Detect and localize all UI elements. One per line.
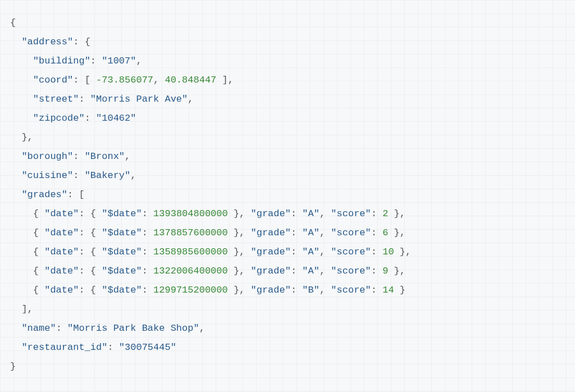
token-punct: : [85,113,96,124]
token-number: 2 [382,208,388,219]
token-punct [10,94,33,104]
token-punct: , [125,151,130,162]
token-key: "$date" [102,266,142,276]
token-punct: : [90,56,102,66]
token-punct: : [142,285,153,295]
token-punct: }, [228,285,251,295]
token-punct: : [56,323,67,334]
token-string: "30075445" [119,342,176,353]
token-punct [10,151,21,162]
token-number: 14 [382,285,394,295]
code-line: "zipcode": "10462" [10,109,565,128]
token-punct: }, [228,247,251,257]
token-punct: : { [79,266,102,276]
token-string: "A" [302,227,320,238]
code-line: ], [10,300,565,319]
token-punct: : [291,266,302,276]
token-string: "A" [302,247,320,257]
token-punct [10,75,33,85]
code-line: "cuisine": "Bakery", [10,166,565,185]
token-key: "borough" [21,151,73,162]
token-key: "date" [44,266,79,276]
token-string: "B" [302,285,320,295]
token-punct: : { [79,208,102,219]
token-key: "$date" [102,285,142,295]
token-punct [10,189,21,200]
code-line: { [10,13,565,33]
token-key: "score" [331,208,371,219]
token-punct: : [371,266,382,276]
token-punct: : [73,170,84,181]
token-key: "score" [331,266,371,276]
code-line: }, [10,128,565,147]
code-line: { "date": { "$date": 1378857600000 }, "g… [10,224,565,243]
token-punct: }, [228,266,251,276]
json-code-block: { "address": { "building": "1007", "coor… [10,13,565,376]
token-punct: { [10,285,44,295]
token-punct: ], [10,304,33,314]
token-key: "score" [331,285,371,295]
token-punct: ], [216,75,234,85]
token-key: "score" [331,227,371,238]
token-punct: : { [79,247,102,257]
token-key: "grades" [21,189,67,200]
token-punct: }, [228,227,251,238]
token-punct: : [291,208,302,219]
token-punct: }, [388,227,405,238]
token-punct: : [371,227,382,238]
token-punct: : [291,227,302,238]
token-punct: , [320,285,331,295]
token-number: 40.848447 [165,75,216,85]
token-string: "Bronx" [85,151,125,162]
token-key: "building" [33,56,90,66]
token-number: 1322006400000 [153,266,228,276]
token-punct: : [73,151,84,162]
token-key: "grade" [251,227,291,238]
token-number: 1393804800000 [153,208,228,219]
token-punct: , [130,170,136,181]
code-line: "grades": [ [10,185,565,204]
code-line: "borough": "Bronx", [10,147,565,166]
token-punct: : [142,266,153,276]
token-key: "cuisine" [21,170,73,181]
token-punct: , [136,56,142,66]
token-punct: }, [388,266,405,276]
token-punct: }, [10,132,33,143]
token-punct [10,37,21,47]
token-punct: : [371,247,382,257]
token-key: "date" [44,208,79,219]
token-punct: }, [388,208,405,219]
token-key: "restaurant_id" [21,342,107,353]
token-key: "grade" [251,266,291,276]
code-line: "street": "Morris Park Ave", [10,90,565,109]
token-punct: , [320,266,331,276]
token-key: "address" [21,37,73,47]
token-punct: }, [228,208,251,219]
token-punct: { [10,227,44,238]
token-punct: } [10,361,16,372]
token-punct: : [79,94,90,104]
token-number: -73.856077 [96,75,153,85]
token-punct: { [10,247,44,257]
token-punct: , [199,323,205,334]
token-punct: }, [394,247,412,257]
token-punct: : { [79,227,102,238]
token-punct: { [10,208,44,219]
token-punct: { [10,17,16,28]
token-number: 9 [382,266,388,276]
token-punct: , [320,247,331,257]
token-punct [10,323,21,334]
token-key: "grade" [251,208,291,219]
token-key: "$date" [102,208,142,219]
token-key: "date" [44,285,79,295]
token-string: "Morris Park Bake Shop" [67,323,199,334]
code-line: { "date": { "$date": 1322006400000 }, "g… [10,262,565,281]
code-line: { "date": { "$date": 1358985600000 }, "g… [10,243,565,262]
token-punct: : [371,208,382,219]
token-number: 1299715200000 [153,285,228,295]
token-number: 1378857600000 [153,227,228,238]
token-punct: } [394,285,405,295]
token-key: "coord" [33,75,73,85]
token-string: "A" [302,266,320,276]
token-key: "name" [21,323,56,334]
